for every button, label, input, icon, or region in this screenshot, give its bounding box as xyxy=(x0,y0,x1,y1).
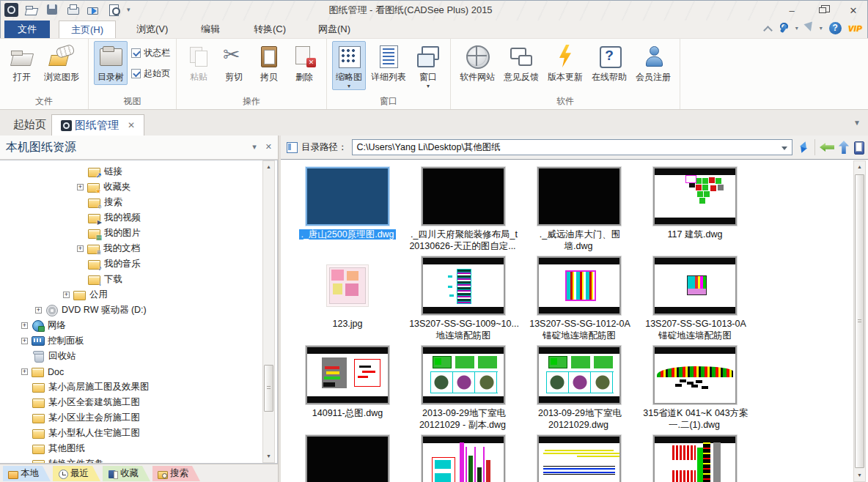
scroll-up-icon[interactable]: ▲ xyxy=(854,161,865,173)
file-thumbnail[interactable] xyxy=(537,256,621,315)
file-item[interactable]: 117 建筑.dwg xyxy=(637,164,753,253)
tree-expander-icon[interactable]: + xyxy=(77,184,84,190)
wrench-dropdown-icon[interactable]: ▾ xyxy=(795,25,798,31)
tab-convert[interactable]: 转换(C) xyxy=(242,21,298,38)
sidebar-tab-search[interactable]: 搜索 xyxy=(152,466,200,481)
sidebar-tab-book[interactable]: 收藏 xyxy=(103,466,150,481)
file-thumbnail[interactable] xyxy=(422,346,505,404)
back-icon[interactable] xyxy=(820,143,834,152)
cursor-dropdown-icon[interactable]: ▾ xyxy=(820,25,823,31)
statusbar-checkbox[interactable]: 状态栏 xyxy=(131,47,170,59)
vip-badge[interactable]: VIP xyxy=(848,24,862,33)
sidebar-tab-local[interactable]: 本地 xyxy=(3,466,51,481)
tab-home[interactable]: 主页(H) xyxy=(59,21,116,38)
help-icon[interactable]: ? xyxy=(829,22,842,34)
file-item[interactable]: 315省道K 041~K 043方案一.二(1).dwg xyxy=(637,343,753,432)
file-item[interactable] xyxy=(521,432,637,482)
browse-drawings-button[interactable]: 浏览图形 xyxy=(40,41,83,85)
tab-list-dropdown-icon[interactable]: ▼ xyxy=(853,119,861,127)
tree-item[interactable]: 我的音乐 xyxy=(0,256,277,272)
tree-expander-icon[interactable]: + xyxy=(77,245,84,252)
wrench-icon[interactable] xyxy=(779,23,789,34)
pin-dropdown-icon[interactable]: ▾ xyxy=(252,142,257,152)
tab-drawing-management[interactable]: 图纸管理 ✕ xyxy=(51,114,144,136)
file-thumbnail[interactable] xyxy=(422,167,505,226)
tree-item[interactable]: 某小区业主会所施工图 xyxy=(0,410,277,426)
print-icon[interactable] xyxy=(65,2,80,17)
file-thumbnail[interactable] xyxy=(653,167,737,226)
file-item[interactable]: 123.jpg xyxy=(290,253,405,343)
grid-scrollbar[interactable]: ▲ ▼ xyxy=(853,160,866,482)
file-thumbnail[interactable] xyxy=(422,435,505,482)
tree-item[interactable]: 链接 xyxy=(0,164,277,179)
minimize-button[interactable]: – xyxy=(781,2,802,18)
tree-expander-icon[interactable]: + xyxy=(21,338,28,344)
scrollbar-thumb[interactable] xyxy=(264,365,273,412)
tree-expander-icon[interactable]: + xyxy=(35,307,42,314)
file-item[interactable] xyxy=(405,432,521,482)
tree-item[interactable]: 某小区全套建筑施工图 xyxy=(0,395,277,410)
print-preview-icon[interactable] xyxy=(106,2,121,17)
file-item[interactable]: 2013-09-29地下室电 20121029.dwg xyxy=(521,343,637,432)
feedback-button[interactable]: 意见反馈 xyxy=(500,41,542,85)
file-thumbnail[interactable] xyxy=(537,167,621,226)
tree-item[interactable]: 我的图片 xyxy=(0,226,277,241)
scrollbar-thumb[interactable] xyxy=(855,174,864,468)
refresh-icon[interactable] xyxy=(797,141,810,154)
file-item[interactable]: ._威远油库大门、围墙.dwg xyxy=(521,164,637,253)
tab-netdisk[interactable]: 网盘(N) xyxy=(306,21,362,38)
file-thumbnail[interactable] xyxy=(306,167,389,226)
up-folder-icon[interactable] xyxy=(839,141,849,154)
close-button[interactable]: ✕ xyxy=(843,2,864,18)
file-item[interactable] xyxy=(637,432,753,482)
file-item[interactable]: 13S207-SS-SG-1013-0A 锚碇地连墙配筋图（MD2）.... xyxy=(637,253,753,343)
tab-start-page[interactable]: 起始页 xyxy=(4,114,55,136)
online-help-button[interactable]: 在线帮助 xyxy=(588,41,630,85)
file-item[interactable]: 2013-09-29地下室电 20121029 - 副本.dwg xyxy=(405,343,521,432)
file-item[interactable] xyxy=(290,432,405,482)
restore-button[interactable] xyxy=(812,2,833,18)
tree-scrollbar[interactable]: ▲ ▼ xyxy=(262,160,275,463)
tree-item[interactable]: +DVD RW 驱动器 (D:) xyxy=(0,303,277,318)
sidebar-tab-clock[interactable]: 最近 xyxy=(53,466,100,481)
copy-button[interactable]: 拷贝 xyxy=(252,41,286,85)
tree-expander-icon[interactable]: + xyxy=(63,292,70,298)
file-thumbnail[interactable] xyxy=(327,265,368,306)
tree-item[interactable]: 我的视频 xyxy=(0,210,277,226)
file-item[interactable]: ._唐山2500原理图.dwg xyxy=(290,164,405,253)
tree-item[interactable]: +网络 xyxy=(0,318,277,333)
tree-item[interactable]: 下载 xyxy=(0,272,277,287)
member-register-button[interactable]: 会员注册 xyxy=(632,41,674,85)
tab-edit[interactable]: 编辑 xyxy=(189,21,232,38)
website-button[interactable]: 软件网站 xyxy=(456,41,499,85)
close-tab-icon[interactable]: ✕ xyxy=(128,120,135,130)
tree-item[interactable]: 某小高层施工图及效果图 xyxy=(0,379,277,395)
file-thumbnail[interactable] xyxy=(537,435,621,482)
tree-item[interactable]: 搜索 xyxy=(0,195,277,210)
qat-dropdown-icon[interactable]: ▾ xyxy=(127,2,130,17)
tree-item[interactable]: 转换文件存盘 xyxy=(0,456,277,464)
tree-item[interactable]: +我的文档 xyxy=(0,241,277,256)
tab-file[interactable]: 文件 xyxy=(4,21,50,38)
tree-item[interactable]: 某小型私人住宅施工图 xyxy=(0,426,277,441)
tree-item[interactable]: 回收站 xyxy=(0,349,277,364)
tree-item[interactable]: +收藏夹 xyxy=(0,179,277,195)
file-thumbnail[interactable] xyxy=(653,346,737,404)
file-item[interactable]: 140911-总图.dwg xyxy=(290,343,405,432)
detail-list-button[interactable]: 详细列表 xyxy=(367,41,410,85)
scroll-down-icon[interactable]: ▼ xyxy=(854,470,865,481)
directory-tree-button[interactable]: 目录树 xyxy=(94,41,128,85)
tree-item[interactable]: +Doc xyxy=(0,364,277,379)
file-thumbnail[interactable] xyxy=(653,256,737,315)
delete-button[interactable]: 删除 xyxy=(287,41,321,85)
thumbnails-button[interactable]: 缩略图 ▾ xyxy=(332,41,366,90)
paste-path-icon[interactable] xyxy=(853,141,865,154)
file-thumbnail[interactable] xyxy=(537,346,621,404)
file-thumbnail[interactable] xyxy=(306,435,389,482)
file-thumbnail[interactable] xyxy=(306,346,389,404)
path-combobox[interactable]: C:\Users\Yang Li\Desktop\其他图纸 xyxy=(352,139,793,155)
window-button[interactable]: 窗口 ▾ xyxy=(411,41,445,90)
open-icon[interactable] xyxy=(24,2,39,17)
startpage-checkbox[interactable]: 起始页 xyxy=(131,67,170,80)
file-thumbnail[interactable] xyxy=(653,435,737,482)
